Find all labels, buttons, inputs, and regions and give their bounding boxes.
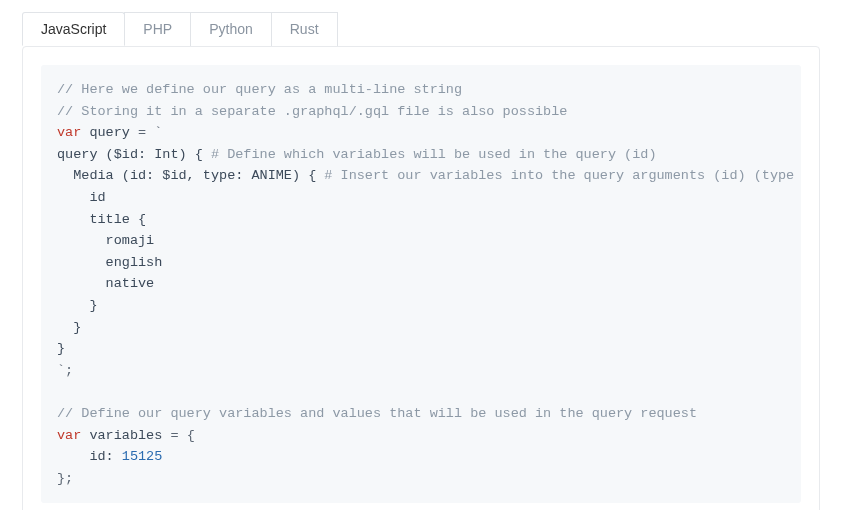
code-text: english: [57, 255, 162, 270]
code-block: // Here we define our query as a multi-l…: [41, 65, 801, 503]
code-punct: `;: [57, 363, 73, 378]
code-comment: # Insert our variables into the query ar…: [324, 168, 794, 183]
code-keyword: var: [57, 125, 81, 140]
code-text: }: [57, 298, 98, 313]
code-text: native: [57, 276, 154, 291]
code-prop: id:: [57, 449, 122, 464]
code-comment: // Storing it in a separate .graphql/.gq…: [57, 104, 567, 119]
code-keyword: var: [57, 428, 81, 443]
code-text: $id: Int: [114, 147, 179, 162]
code-text: ) {: [179, 147, 211, 162]
tab-php[interactable]: PHP: [124, 12, 191, 46]
tab-rust[interactable]: Rust: [271, 12, 338, 46]
code-text: }: [57, 320, 81, 335]
tab-python[interactable]: Python: [190, 12, 272, 46]
code-text: romaji: [57, 233, 154, 248]
code-text: }: [57, 341, 65, 356]
code-comment: // Here we define our query as a multi-l…: [57, 82, 462, 97]
tab-content: // Here we define our query as a multi-l…: [22, 46, 820, 510]
code-punct: = {: [170, 428, 194, 443]
tab-javascript[interactable]: JavaScript: [22, 12, 125, 46]
code-number: 15125: [122, 449, 163, 464]
tab-bar: JavaScript PHP Python Rust: [0, 0, 842, 47]
code-text: id: [57, 190, 106, 205]
code-text: title {: [57, 212, 146, 227]
code-punct: };: [57, 471, 73, 486]
code-ident: variables: [81, 428, 170, 443]
code-ident: query: [81, 125, 138, 140]
code-comment: # Define which variables will be used in…: [211, 147, 657, 162]
code-text: query (: [57, 147, 114, 162]
code-comment: // Define our query variables and values…: [57, 406, 697, 421]
code-text: Media (id: $id, type: ANIME) {: [57, 168, 324, 183]
code-punct: = `: [138, 125, 162, 140]
